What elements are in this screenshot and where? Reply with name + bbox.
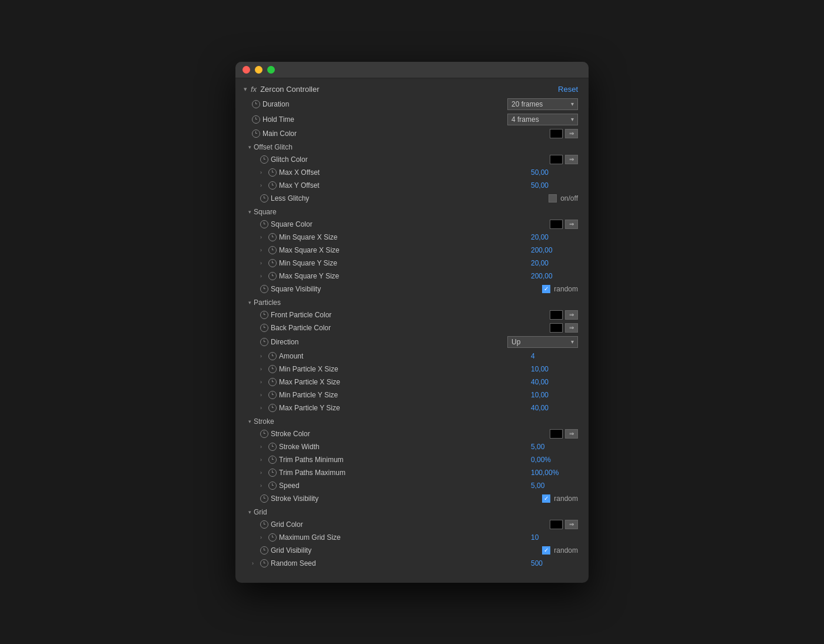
max-particle-y-clock[interactable] — [268, 404, 277, 412]
square-color-clock-icon[interactable] — [260, 220, 268, 228]
amount-value[interactable]: 4 — [531, 352, 578, 360]
max-y-expand-arrow[interactable]: › — [260, 182, 266, 188]
min-particle-x-clock[interactable] — [268, 365, 277, 373]
amount-expand[interactable]: › — [260, 353, 266, 359]
square-color-arrow-btn[interactable]: ⇒ — [565, 220, 578, 229]
stroke-width-expand[interactable]: › — [260, 444, 266, 450]
collapse-arrow[interactable]: ▾ — [244, 85, 247, 93]
main-color-arrow-btn[interactable]: ⇒ — [565, 129, 578, 138]
main-color-clock-icon[interactable] — [252, 130, 260, 138]
grid-visibility-clock[interactable] — [260, 546, 268, 555]
grid-color-clock[interactable] — [260, 520, 268, 529]
max-x-clock-icon[interactable] — [268, 168, 277, 177]
max-grid-size-clock[interactable] — [268, 533, 277, 542]
stroke-visibility-clock[interactable] — [260, 494, 268, 503]
random-seed-value[interactable]: 500 — [531, 559, 578, 567]
max-square-x-expand[interactable]: › — [260, 247, 266, 253]
grid-section[interactable]: ▾ Grid — [235, 505, 589, 518]
direction-dropdown[interactable]: Up ▾ — [507, 336, 578, 348]
min-particle-x-expand[interactable]: › — [260, 366, 266, 372]
max-x-expand-arrow[interactable]: › — [260, 170, 266, 175]
square-visibility-checkbox[interactable]: ✓ — [542, 285, 550, 293]
back-particle-swatch[interactable] — [550, 323, 563, 333]
min-square-y-clock[interactable] — [268, 259, 277, 267]
hold-time-dropdown[interactable]: 4 frames ▾ — [507, 114, 578, 125]
max-particle-x-value[interactable]: 40,00 — [531, 378, 578, 386]
max-particle-y-value[interactable]: 40,00 — [531, 404, 578, 412]
less-glitchy-clock-icon[interactable] — [260, 194, 268, 203]
min-particle-y-expand[interactable]: › — [260, 392, 266, 398]
direction-clock[interactable] — [260, 338, 268, 346]
square-section[interactable]: ▾ Square — [235, 205, 589, 218]
duration-control[interactable]: 20 frames ▾ — [507, 98, 578, 110]
glitch-color-swatch[interactable] — [550, 155, 563, 164]
trim-paths-min-value[interactable]: 0,00% — [531, 456, 578, 464]
main-color-swatch[interactable] — [550, 129, 563, 138]
min-square-y-value[interactable]: 20,00 — [531, 259, 578, 267]
max-grid-size-expand[interactable]: › — [260, 535, 266, 540]
grid-color-arrow-btn[interactable]: ⇒ — [565, 520, 578, 529]
amount-clock[interactable] — [268, 352, 277, 360]
offset-glitch-section[interactable]: ▾ Offset Glitch — [235, 140, 589, 153]
stroke-color-arrow-btn[interactable]: ⇒ — [565, 429, 578, 439]
front-particle-swatch[interactable] — [550, 310, 563, 320]
trim-paths-min-expand[interactable]: › — [260, 457, 266, 463]
min-square-x-expand[interactable]: › — [260, 234, 266, 240]
max-square-y-expand[interactable]: › — [260, 273, 266, 279]
trim-paths-max-value[interactable]: 100,00% — [531, 469, 578, 477]
min-square-y-expand[interactable]: › — [260, 260, 266, 266]
min-particle-y-clock[interactable] — [268, 391, 277, 399]
stroke-color-swatch[interactable] — [550, 429, 563, 439]
back-particle-clock[interactable] — [260, 324, 268, 332]
stroke-visibility-checkbox[interactable]: ✓ — [542, 494, 550, 503]
trim-paths-max-expand[interactable]: › — [260, 470, 266, 476]
hold-time-clock-icon[interactable] — [252, 115, 260, 124]
speed-expand[interactable]: › — [260, 483, 266, 489]
stroke-width-value[interactable]: 5,00 — [531, 443, 578, 451]
min-particle-y-value[interactable]: 10,00 — [531, 391, 578, 399]
speed-clock[interactable] — [268, 482, 277, 490]
glitch-color-clock-icon[interactable] — [260, 155, 268, 164]
max-particle-x-clock[interactable] — [268, 378, 277, 386]
glitch-color-arrow-btn[interactable]: ⇒ — [565, 155, 578, 164]
particles-section[interactable]: ▾ Particles — [235, 296, 589, 308]
random-seed-clock[interactable] — [260, 559, 268, 567]
speed-value[interactable]: 5,00 — [531, 482, 578, 490]
minimize-button[interactable] — [255, 66, 263, 74]
front-particle-clock[interactable] — [260, 311, 268, 319]
grid-color-swatch[interactable] — [550, 520, 563, 529]
stroke-section[interactable]: ▾ Stroke — [235, 414, 589, 427]
stroke-width-clock[interactable] — [268, 443, 277, 451]
maximize-button[interactable] — [267, 66, 275, 74]
square-color-swatch[interactable] — [550, 220, 563, 229]
max-y-clock-icon[interactable] — [268, 181, 277, 190]
direction-control[interactable]: Up ▾ — [507, 336, 578, 348]
reset-button[interactable]: Reset — [558, 85, 578, 94]
max-square-x-value[interactable]: 200,00 — [531, 246, 578, 254]
max-grid-size-value[interactable]: 10 — [531, 533, 578, 542]
max-particle-x-expand[interactable]: › — [260, 379, 266, 385]
trim-paths-min-clock[interactable] — [268, 456, 277, 464]
max-x-offset-value[interactable]: 50,00 — [531, 168, 578, 177]
duration-clock-icon[interactable] — [252, 100, 260, 108]
max-y-offset-value[interactable]: 50,00 — [531, 181, 578, 190]
grid-visibility-checkbox[interactable]: ✓ — [542, 546, 550, 555]
max-square-y-value[interactable]: 200,00 — [531, 272, 578, 280]
duration-dropdown[interactable]: 20 frames ▾ — [507, 98, 578, 110]
max-square-y-clock[interactable] — [268, 272, 277, 280]
hold-time-control[interactable]: 4 frames ▾ — [507, 114, 578, 125]
max-particle-y-expand[interactable]: › — [260, 405, 266, 411]
trim-paths-max-clock[interactable] — [268, 469, 277, 477]
close-button[interactable] — [242, 66, 250, 74]
less-glitchy-checkbox[interactable] — [549, 194, 557, 203]
back-particle-arrow-btn[interactable]: ⇒ — [565, 323, 578, 333]
min-square-x-clock[interactable] — [268, 233, 277, 241]
max-particle-x-label: › Max Particle X Size — [260, 378, 531, 386]
front-particle-arrow-btn[interactable]: ⇒ — [565, 310, 578, 320]
stroke-color-clock[interactable] — [260, 430, 268, 438]
square-visibility-clock[interactable] — [260, 285, 268, 293]
max-square-x-clock[interactable] — [268, 246, 277, 254]
min-particle-x-value[interactable]: 10,00 — [531, 365, 578, 373]
random-seed-expand[interactable]: › — [252, 560, 258, 566]
min-square-x-value[interactable]: 20,00 — [531, 233, 578, 241]
